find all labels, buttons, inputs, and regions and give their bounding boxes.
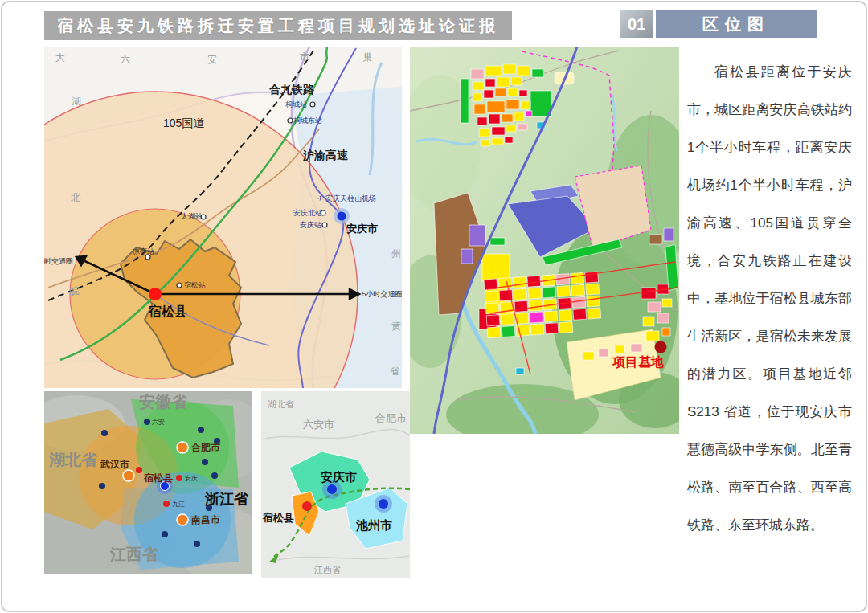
report-title-bar: 宿松县安九铁路拆迁安置工程项目规划选址论证报告 [44, 11, 512, 40]
label-1h-circle: 1小时交通圈 [44, 257, 73, 265]
label-wuhan-city: 武汉市 [100, 459, 129, 470]
regional-transport-map: 105国道 合九铁路 沪渝高速 桐城站 桐城东站 ✈ 安庆天柱山机场 安庆北站 … [44, 47, 402, 388]
label-zhejiang-province: 浙江省 [204, 491, 249, 507]
label-1_5h-circle: 1.5小时交通圈 [356, 290, 402, 298]
label-anqing-city: 安庆市 [321, 470, 357, 484]
label-jiujiang: 九江 [172, 501, 185, 508]
label-susong-county-dot: 宿松县 [143, 472, 173, 484]
label-luan: 六安 [152, 419, 165, 426]
city-corridor-map: 湖北省 六安市 合肥市 安庆市 池州市 宿松县 江西省 [261, 391, 410, 578]
label-nanchang-city: 南昌市 [190, 514, 220, 525]
label-105-national-road: 105国道 [163, 116, 204, 129]
svg-text:北: 北 [71, 192, 80, 203]
svg-text:州: 州 [391, 248, 401, 260]
label-susong-station: 宿松站 [184, 281, 206, 289]
section-title-bar: 区位图 [656, 10, 817, 38]
label-jiangxi-province: 江西省 [109, 546, 159, 563]
label-airport: ✈ 安庆天柱山机场 [317, 194, 376, 202]
svg-text:黄: 黄 [391, 321, 401, 332]
label-tongcheng-station: 桐城站 [285, 100, 307, 108]
province-overview-map: 安徽省 湖北省 浙江省 江西省 武汉市 合肥市 南昌市 宿松县 六安 安庆 九江 [44, 391, 252, 574]
label-anqing-station: 安庆站 [300, 221, 321, 229]
svg-text:六: 六 [121, 54, 130, 65]
label-hefei-city: 合肥市 [375, 412, 407, 424]
label-huyu-expressway: 沪渝高速 [302, 149, 349, 161]
label-liangting-station: 凉亭站 [133, 247, 154, 255]
label-luan-city: 六安市 [303, 419, 334, 431]
svg-text:安: 安 [207, 54, 217, 65]
svg-text:大: 大 [55, 52, 65, 63]
svg-text:湖: 湖 [72, 96, 81, 107]
label-susong-county: 宿松县 [148, 304, 187, 318]
label-hubei-province: 湖北省 [49, 451, 98, 468]
label-susong-county: 宿松县 [262, 512, 294, 524]
location-description-text: 宿松县距离位于安庆市，城区距离安庆高铁站约1个半小时车程，距离安庆机场约1个半小… [687, 53, 852, 544]
label-jiangxi: 江西省 [313, 565, 341, 574]
project-base-label: 项目基地 [612, 355, 664, 369]
label-heju-railway: 合九铁路 [268, 83, 315, 96]
label-anqing-city: 安庆市 [346, 223, 378, 235]
svg-text:皖: 皖 [70, 285, 80, 296]
label-taihu-station: 太湖站 [181, 212, 203, 220]
label-anqing-small: 安庆 [185, 475, 198, 482]
section-number-badge: 01 [620, 10, 653, 38]
svg-text:省: 省 [390, 366, 399, 377]
svg-text:市: 市 [300, 51, 309, 63]
location-description-panel: 宿松县距离位于安庆市，城区距离安庆高铁站约1个半小时车程，距离安庆机场约1个半小… [687, 53, 852, 535]
landuse-planning-map: 项目基地 [410, 47, 679, 434]
label-hefei-city: 合肥市 [190, 442, 220, 453]
label-tongcheng-east-station: 桐城东站 [293, 116, 322, 125]
label-anqing-north-station: 安庆北站 [293, 209, 322, 217]
label-chizhou-city: 池州市 [355, 518, 392, 532]
label-anhui-province: 安徽省 [139, 393, 188, 411]
svg-text:巢: 巢 [362, 51, 372, 63]
label-hubei: 湖北省 [267, 399, 294, 409]
